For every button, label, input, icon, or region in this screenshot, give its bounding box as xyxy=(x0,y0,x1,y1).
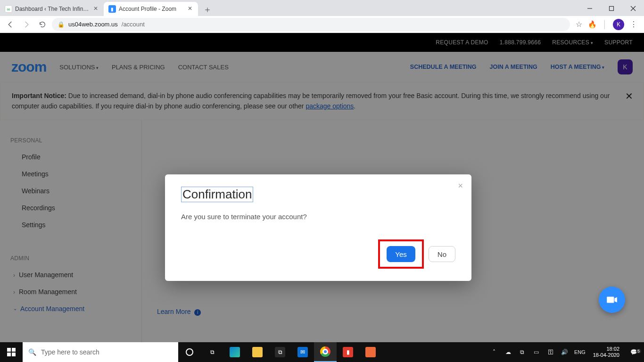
svg-rect-7 xyxy=(12,353,16,356)
lock-icon: 🔒 xyxy=(58,21,65,28)
start-button[interactable] xyxy=(0,342,23,362)
taskbar-app-explorer[interactable] xyxy=(246,342,269,362)
tray-wifi-icon[interactable]: ⚿ xyxy=(546,349,555,355)
svg-rect-4 xyxy=(7,348,11,352)
taskbar-app-store[interactable]: ⧉ xyxy=(269,342,291,362)
back-button[interactable] xyxy=(4,18,17,31)
forward-button[interactable] xyxy=(20,18,33,31)
reload-button[interactable] xyxy=(36,18,49,31)
cortana-button[interactable] xyxy=(178,342,201,362)
browser-tab-2[interactable]: ▮ Account Profile - Zoom ✕ xyxy=(104,2,198,16)
profile-avatar[interactable]: K xyxy=(613,19,624,30)
svg-rect-6 xyxy=(7,353,11,356)
taskbar-app-edge[interactable] xyxy=(223,342,246,362)
modal-message: Are you sure to terminate your account? xyxy=(181,213,455,221)
url-host: us04web.zoom.us xyxy=(68,21,118,28)
system-tray: ˄ ☁ ⧉ ▭ ⚿ 🔊 ENG xyxy=(486,349,589,355)
task-view-button[interactable]: ⧉ xyxy=(201,342,223,362)
search-placeholder: Type here to search xyxy=(41,348,99,356)
taskbar-search[interactable]: 🔍 Type here to search xyxy=(23,342,178,362)
minimize-button[interactable] xyxy=(579,1,601,16)
no-button[interactable]: No xyxy=(429,246,455,262)
address-bar[interactable]: 🔒 us04web.zoom.us/account xyxy=(52,18,570,31)
close-icon[interactable]: × xyxy=(458,181,463,191)
close-window-button[interactable] xyxy=(622,1,644,16)
clock-date: 18-04-2020 xyxy=(593,352,619,358)
browser-toolbar: 🔒 us04web.zoom.us/account ☆ 🔥 │ K ⋮ xyxy=(0,16,644,33)
favicon-icon: ∞ xyxy=(5,5,12,13)
tray-onedrive-icon[interactable]: ☁ xyxy=(504,349,513,355)
tray-volume-icon[interactable]: 🔊 xyxy=(560,349,570,355)
new-tab-button[interactable]: ＋ xyxy=(201,3,214,16)
windows-taskbar: 🔍 Type here to search ⧉ ⧉ ✉ ▮ ˄ ☁ ⧉ ▭ ⚿ … xyxy=(0,342,644,362)
close-icon[interactable]: ✕ xyxy=(92,6,99,12)
kebab-menu-icon[interactable]: ⋮ xyxy=(630,20,637,29)
url-path: /account xyxy=(122,21,145,28)
taskbar-app-generic[interactable] xyxy=(359,342,382,362)
tray-language[interactable]: ENG xyxy=(574,349,586,355)
maximize-button[interactable] xyxy=(601,1,622,16)
yes-button-highlight: Yes xyxy=(378,239,423,269)
close-icon[interactable]: ✕ xyxy=(187,6,193,12)
action-center-button[interactable]: 💬 5 xyxy=(623,349,644,355)
search-icon: 🔍 xyxy=(28,348,36,356)
browser-tab-1[interactable]: ∞ Dashboard ‹ The Tech Infinite — ✕ xyxy=(0,2,104,16)
taskbar-clock[interactable]: 18:02 18-04-2020 xyxy=(589,346,623,358)
taskbar-app-reader[interactable]: ▮ xyxy=(337,342,359,362)
bookmark-star-icon[interactable]: ☆ xyxy=(576,20,582,29)
yes-button[interactable]: Yes xyxy=(387,246,415,262)
clock-time: 18:02 xyxy=(593,346,619,352)
window-controls xyxy=(579,1,644,16)
video-camera-icon xyxy=(606,294,618,306)
tab-title: Dashboard ‹ The Tech Infinite — xyxy=(15,6,90,12)
tray-chevron-icon[interactable]: ˄ xyxy=(489,349,499,355)
svg-rect-5 xyxy=(12,348,16,352)
browser-tabstrip: ∞ Dashboard ‹ The Tech Infinite — ✕ ▮ Ac… xyxy=(0,0,644,16)
notification-count: 5 xyxy=(636,349,641,354)
zoom-video-fab[interactable] xyxy=(599,287,625,313)
taskbar-app-chrome[interactable] xyxy=(314,342,337,362)
svg-rect-1 xyxy=(610,7,614,11)
tab-title: Account Profile - Zoom xyxy=(119,6,184,12)
tray-battery-icon[interactable]: ▭ xyxy=(532,349,541,355)
taskbar-app-mail[interactable]: ✉ xyxy=(291,342,314,362)
tray-meet-now-icon[interactable]: ⧉ xyxy=(518,349,527,355)
extension-icon[interactable]: 🔥 xyxy=(588,20,597,29)
confirmation-modal: × Confirmation Are you sure to terminate… xyxy=(165,174,471,281)
modal-title: Confirmation xyxy=(181,187,253,202)
favicon-icon: ▮ xyxy=(108,5,116,13)
windows-logo-icon xyxy=(7,348,16,356)
